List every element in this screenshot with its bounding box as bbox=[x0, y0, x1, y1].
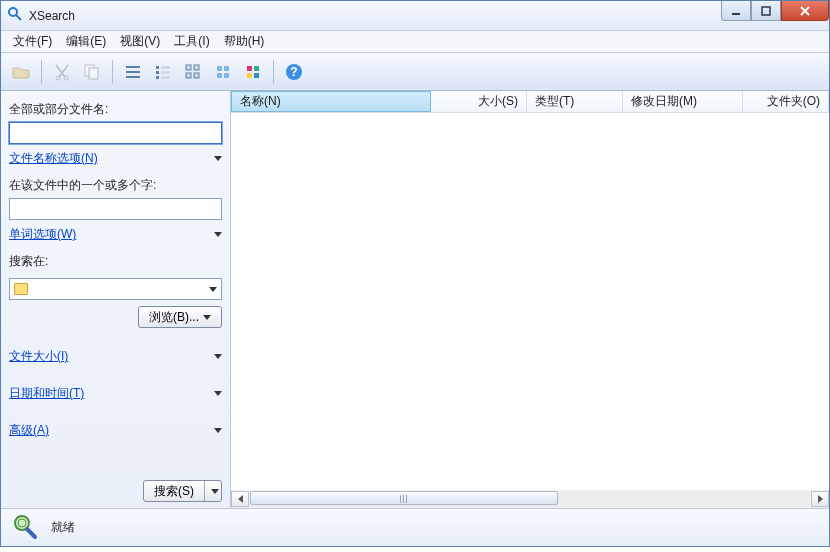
svg-rect-2 bbox=[732, 13, 740, 15]
chevron-down-icon[interactable] bbox=[214, 391, 222, 396]
results-pane: 名称(N) 大小(S) 类型(T) 修改日期(M) 文件夹(O) bbox=[231, 91, 829, 508]
chevron-down-icon bbox=[203, 315, 211, 320]
menu-view[interactable]: 视图(V) bbox=[114, 31, 166, 52]
window-title: XSearch bbox=[29, 9, 75, 23]
column-size[interactable]: 大小(S) bbox=[431, 91, 527, 112]
svg-line-37 bbox=[27, 529, 35, 537]
search-button-dropdown[interactable] bbox=[205, 489, 221, 494]
content-input[interactable] bbox=[9, 198, 222, 220]
svg-rect-11 bbox=[89, 68, 98, 79]
svg-rect-12 bbox=[126, 66, 140, 68]
column-date[interactable]: 修改日期(M) bbox=[623, 91, 743, 112]
content-label: 在该文件中的一个或多个字: bbox=[9, 177, 222, 194]
view-thumbnails-icon[interactable] bbox=[239, 58, 267, 86]
separator bbox=[112, 60, 113, 84]
svg-rect-22 bbox=[194, 65, 199, 70]
svg-rect-27 bbox=[217, 73, 222, 78]
svg-rect-16 bbox=[161, 66, 170, 69]
view-large-icons-icon[interactable] bbox=[209, 58, 237, 86]
search-button[interactable]: 搜索(S) bbox=[143, 480, 222, 502]
svg-rect-26 bbox=[224, 66, 229, 71]
filename-input[interactable] bbox=[9, 122, 222, 144]
separator bbox=[273, 60, 274, 84]
search-status-icon bbox=[11, 512, 39, 543]
copy-icon[interactable] bbox=[78, 58, 106, 86]
browse-button-label: 浏览(B)... bbox=[149, 309, 199, 326]
column-headers: 名称(N) 大小(S) 类型(T) 修改日期(M) 文件夹(O) bbox=[231, 91, 829, 113]
word-options-link[interactable]: 单词选项(W) bbox=[9, 226, 76, 243]
svg-point-8 bbox=[56, 76, 60, 80]
statusbar: 就绪 bbox=[1, 508, 829, 546]
svg-point-9 bbox=[64, 76, 68, 80]
menubar: 文件(F) 编辑(E) 视图(V) 工具(I) 帮助(H) bbox=[1, 31, 829, 53]
filename-options-link[interactable]: 文件名称选项(N) bbox=[9, 150, 98, 167]
horizontal-scrollbar[interactable] bbox=[231, 490, 829, 508]
advanced-link[interactable]: 高级(A) bbox=[9, 422, 49, 439]
app-icon bbox=[7, 6, 23, 25]
menu-file[interactable]: 文件(F) bbox=[7, 31, 58, 52]
svg-rect-23 bbox=[186, 73, 191, 78]
svg-text:?: ? bbox=[290, 65, 297, 79]
svg-rect-24 bbox=[194, 73, 199, 78]
separator bbox=[41, 60, 42, 84]
chevron-down-icon[interactable] bbox=[214, 156, 222, 161]
chevron-down-icon bbox=[209, 287, 217, 292]
search-in-label: 搜索在: bbox=[9, 253, 222, 270]
minimize-button[interactable] bbox=[721, 1, 751, 21]
scroll-right-button[interactable] bbox=[811, 491, 829, 507]
svg-rect-17 bbox=[156, 71, 159, 74]
column-type[interactable]: 类型(T) bbox=[527, 91, 623, 112]
scroll-left-button[interactable] bbox=[231, 491, 249, 507]
svg-rect-14 bbox=[126, 76, 140, 78]
help-icon[interactable]: ? bbox=[280, 58, 308, 86]
search-button-label: 搜索(S) bbox=[144, 481, 205, 501]
svg-rect-30 bbox=[254, 66, 259, 71]
open-icon[interactable] bbox=[7, 58, 35, 86]
view-small-icons-icon[interactable] bbox=[179, 58, 207, 86]
column-folder[interactable]: 文件夹(O) bbox=[743, 91, 829, 112]
datetime-link[interactable]: 日期和时间(T) bbox=[9, 385, 84, 402]
view-details-icon[interactable] bbox=[119, 58, 147, 86]
menu-help[interactable]: 帮助(H) bbox=[218, 31, 271, 52]
svg-rect-21 bbox=[186, 65, 191, 70]
svg-rect-25 bbox=[217, 66, 222, 71]
toolbar: ? bbox=[1, 53, 829, 91]
cut-icon[interactable] bbox=[48, 58, 76, 86]
titlebar: XSearch bbox=[1, 1, 829, 31]
svg-line-1 bbox=[16, 15, 21, 20]
svg-rect-29 bbox=[247, 66, 252, 71]
scroll-thumb[interactable] bbox=[250, 491, 558, 505]
search-in-select[interactable] bbox=[9, 278, 222, 300]
svg-rect-32 bbox=[254, 73, 259, 78]
maximize-button[interactable] bbox=[751, 1, 781, 21]
svg-rect-13 bbox=[126, 71, 140, 73]
filesize-link[interactable]: 文件大小(I) bbox=[9, 348, 68, 365]
browse-button[interactable]: 浏览(B)... bbox=[138, 306, 222, 328]
svg-rect-19 bbox=[156, 76, 159, 79]
view-list-icon[interactable] bbox=[149, 58, 177, 86]
close-button[interactable] bbox=[781, 1, 829, 21]
chevron-down-icon[interactable] bbox=[214, 354, 222, 359]
status-text: 就绪 bbox=[51, 519, 75, 536]
results-body bbox=[231, 113, 829, 490]
svg-rect-28 bbox=[224, 73, 229, 78]
svg-rect-18 bbox=[161, 71, 170, 74]
chevron-down-icon[interactable] bbox=[214, 428, 222, 433]
chevron-down-icon[interactable] bbox=[214, 232, 222, 237]
svg-rect-3 bbox=[762, 7, 770, 15]
svg-rect-20 bbox=[161, 76, 170, 79]
svg-rect-31 bbox=[247, 73, 252, 78]
svg-rect-15 bbox=[156, 66, 159, 69]
folder-icon bbox=[14, 283, 28, 295]
scroll-track[interactable] bbox=[250, 491, 810, 507]
filename-label: 全部或部分文件名: bbox=[9, 101, 222, 118]
menu-tools[interactable]: 工具(I) bbox=[168, 31, 215, 52]
menu-edit[interactable]: 编辑(E) bbox=[60, 31, 112, 52]
column-name[interactable]: 名称(N) bbox=[231, 91, 431, 112]
search-sidebar: 全部或部分文件名: 文件名称选项(N) 在该文件中的一个或多个字: 单词选项(W… bbox=[1, 91, 231, 508]
svg-point-0 bbox=[9, 8, 17, 16]
